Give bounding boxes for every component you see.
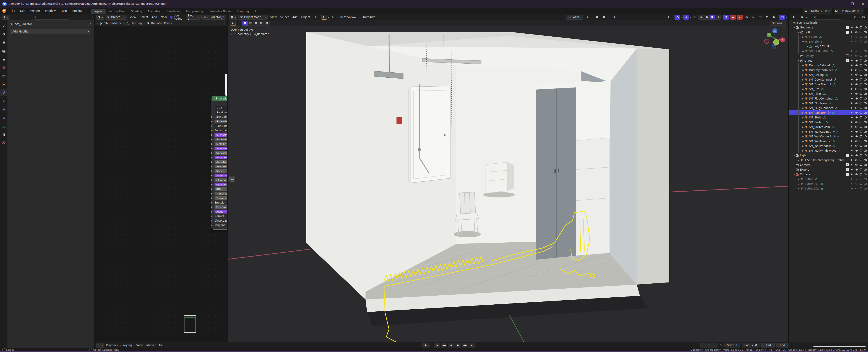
maximize-button[interactable]: ❐ <box>847 0 858 8</box>
outliner-row-sm-doorconnect[interactable]: ▶SM_DoorConnect <box>789 77 868 82</box>
snap-magnet-icon[interactable] <box>594 15 600 20</box>
exclude-checkbox[interactable]: ✓ <box>846 154 849 157</box>
expand-icon[interactable]: ▶ <box>802 145 805 147</box>
node-slider[interactable]: Metallic <box>215 142 227 146</box>
node-slider[interactable]: Alpha <box>215 210 227 213</box>
collapse-icon[interactable]: ▼ <box>793 154 796 156</box>
menu-pipeline[interactable]: Pipeline <box>69 8 85 14</box>
image-reference-icon[interactable] <box>229 176 235 182</box>
outliner-row-sm-radiator[interactable]: ▶SM_Radiator <box>789 110 868 115</box>
select-mode-intersect-button[interactable] <box>264 21 270 26</box>
properties-tab-texture[interactable] <box>0 139 7 146</box>
principled-bsdf-node[interactable]: ▾ Principled BSDF GGXRandom WalkBase Col… <box>212 96 227 230</box>
auto-keyframe-icon[interactable] <box>720 344 723 347</box>
expand-icon[interactable]: ▶ <box>802 64 805 67</box>
node-input-emission-str[interactable]: Emission Str <box>212 205 227 209</box>
monitor-icon[interactable] <box>757 15 763 20</box>
outliner-row-light[interactable]: ▼Light✓ <box>789 153 868 158</box>
sidebar-toggle-icon[interactable]: ‹ <box>224 22 225 25</box>
expand-icon[interactable]: ▶ <box>802 74 805 76</box>
node-input-ggx[interactable]: GGX <box>212 106 227 110</box>
node-slider[interactable]: Specular <box>215 147 227 150</box>
eye-icon[interactable] <box>744 15 749 20</box>
active-tool-icon[interactable] <box>321 15 327 20</box>
play-button[interactable]: ▶ <box>455 343 461 348</box>
collapse-icon[interactable]: ▼ <box>797 31 800 33</box>
current-frame-field[interactable]: 1 <box>700 343 718 348</box>
addon-diamond-icon[interactable]: ◆ <box>730 15 736 20</box>
node-input-subsurface-c[interactable]: Subsurface C... <box>212 128 227 133</box>
outliner-row-sm-floor[interactable]: ▶SM_Floor <box>789 92 868 96</box>
node-input-transmission[interactable]: Transmission <box>212 196 227 200</box>
outliner-row-unreal[interactable]: ▼Unreal✓ <box>789 58 868 63</box>
new-scene-icon[interactable]: ⧉ <box>825 9 827 12</box>
node-input-subsurface[interactable]: Subsurface <box>212 119 227 124</box>
node-input-alpha[interactable]: Alpha <box>212 209 227 214</box>
collapse-icon[interactable]: ▼ <box>797 60 800 62</box>
jump-to-end-button[interactable]: ▶| <box>469 343 475 348</box>
expand-icon[interactable]: ▶ <box>802 83 805 85</box>
screencast-icon[interactable] <box>779 15 785 20</box>
node-slider[interactable]: Sheen Tint <box>215 174 227 177</box>
expand-icon[interactable]: ▶ <box>797 187 800 190</box>
outliner-row-scene-collection[interactable]: Scene Collection <box>789 20 868 25</box>
tweak-tool-icon[interactable] <box>230 21 236 26</box>
expand-icon[interactable]: ▶ <box>802 150 805 152</box>
stopwatch-icon[interactable] <box>158 343 163 348</box>
menu-render[interactable]: Render <box>28 8 42 14</box>
properties-tab-modifiers[interactable] <box>0 90 7 96</box>
properties-options-icon[interactable]: ▾ <box>92 16 93 18</box>
node-input-transmission[interactable]: Transmission <box>212 191 227 196</box>
exclude-checkbox[interactable]: ✓ <box>846 173 849 176</box>
collapse-icon[interactable]: ▼ <box>793 26 796 29</box>
cloud-icon[interactable] <box>771 15 777 20</box>
expand-icon[interactable]: ▶ <box>797 183 800 185</box>
frame-end-field[interactable]: End250 <box>742 343 760 348</box>
menu-select[interactable]: Select <box>278 15 290 19</box>
expand-icon[interactable]: ▶ <box>802 69 805 71</box>
outliner-row-sm-wallmain[interactable]: ▶SM_WallMain <box>789 139 868 143</box>
properties-tab-view-layer[interactable] <box>0 47 7 55</box>
workspace-tab-layout[interactable]: Layout <box>91 9 105 14</box>
show-gizmo-icon[interactable] <box>666 15 672 20</box>
expand-icon[interactable]: ▶ <box>802 140 805 142</box>
node-slider[interactable]: Specular Tin <box>215 151 227 155</box>
timeline-scrollbar[interactable] <box>813 346 866 347</box>
add-modifier-button[interactable]: Add Modifier ▾ <box>10 29 91 34</box>
menu-help[interactable]: Help <box>58 8 69 14</box>
node-slider[interactable]: Anisotropic <box>215 160 227 164</box>
outliner-row-sm-ceiling[interactable]: ▶SM_Ceiling <box>789 72 868 77</box>
select-mode-subtract-button[interactable] <box>253 21 258 26</box>
pin-icon[interactable] <box>821 9 824 12</box>
outliner-row-sm-wallconnect[interactable]: ▶SM_WallConnect <box>789 134 868 139</box>
node-dropdown[interactable]: GGX <box>215 106 227 110</box>
node-input-clearcoat-norm[interactable]: Clearcoat Norm <box>212 218 227 223</box>
node-input-random-walk[interactable]: Random Walk <box>212 110 227 115</box>
expand-icon[interactable]: ▶ <box>802 36 805 38</box>
properties-search-input[interactable] <box>32 15 70 20</box>
outliner-row-dummycabinet[interactable]: ▶DummyCabinet <box>789 63 868 68</box>
expand-icon[interactable]: ▶ <box>802 102 805 104</box>
properties-tab-world[interactable] <box>0 64 7 71</box>
exclude-checkbox[interactable]: ✓ <box>846 26 849 29</box>
collapsed-node[interactable] <box>184 315 196 333</box>
expand-icon[interactable]: ▶ <box>802 98 805 100</box>
collapse-icon[interactable]: ▾ <box>214 98 215 100</box>
node-slider[interactable]: Roughness <box>215 156 227 159</box>
workspace-tab-texture-paint[interactable]: Texture Paint <box>105 9 128 14</box>
node-slider[interactable]: Transmission <box>215 196 227 200</box>
prev-keyframe-button[interactable]: ◀◆ <box>441 343 447 348</box>
outliner-search-input[interactable] <box>811 15 842 20</box>
outliner-row-cutter[interactable]: ▶Cutter <box>789 177 868 181</box>
node-dropdown[interactable]: Subsurface R <box>215 124 227 128</box>
expand-icon[interactable]: ▶ <box>802 135 805 138</box>
properties-tab-scene[interactable] <box>0 56 7 63</box>
outliner-row-sm-fire[interactable]: ▶SM_Fire <box>789 86 868 92</box>
close-button[interactable]: × <box>858 0 868 8</box>
node-slider[interactable]: Transmission <box>215 192 227 196</box>
node-slider[interactable]: Clearcoat <box>215 178 227 182</box>
expand-icon[interactable]: ▶ <box>802 112 805 114</box>
node-slider[interactable]: Anisotropic R <box>215 165 227 168</box>
properties-tab-tool[interactable] <box>0 23 7 29</box>
expand-icon[interactable]: ▶ <box>802 121 805 124</box>
